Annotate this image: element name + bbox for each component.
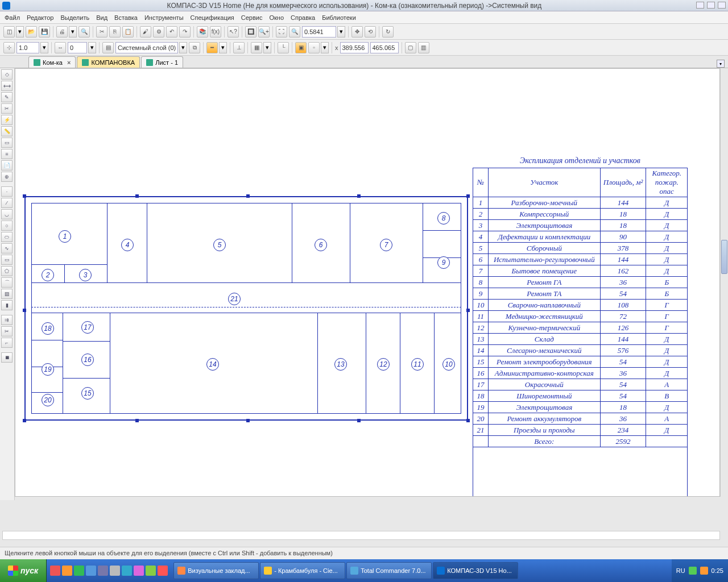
ql-icon[interactable] [146,566,156,576]
ortho-icon[interactable]: ⊥ [233,42,245,53]
room-16[interactable]: 16 [81,354,94,366]
coord-y-input[interactable] [370,42,399,53]
snap-settings-dropdown[interactable]: ▾ [321,42,329,53]
snap-icon[interactable]: ⊹ [3,42,15,53]
undo-icon[interactable]: ↶ [166,26,177,38]
room-2[interactable]: 2 [42,269,54,281]
room-17[interactable]: 17 [81,321,94,334]
menu-tools[interactable]: Инструменты [144,14,184,21]
room-14[interactable]: 14 [206,358,219,371]
table-row[interactable]: 12Кузнечно-термический126Г [473,322,688,334]
menu-libraries[interactable]: Библиотеки [322,14,356,21]
room-8[interactable]: 8 [437,212,450,225]
room-1[interactable]: 1 [59,230,71,243]
table-row[interactable]: 14Слесарно-механический576Д [473,345,688,356]
taskbar-task[interactable]: КОМПАС-3D V15 Ho... [433,562,518,579]
table-row[interactable]: 1Разборочно-моечный144Д [473,197,688,209]
reports-icon[interactable]: 📄 [1,160,13,171]
brush-icon[interactable]: 🖌 [140,26,151,38]
ellipse-icon[interactable]: ⬭ [1,232,13,242]
insert-icon[interactable]: ⊕ [1,172,13,182]
menu-select[interactable]: Выделить [60,14,89,21]
rect-icon[interactable]: ▭ [1,255,13,265]
table-row[interactable]: 5Сборочный378Д [473,243,688,254]
room-4[interactable]: 4 [121,239,134,251]
lang-indicator[interactable]: RU [676,567,685,574]
snap-settings-icon[interactable]: ▫ [308,42,320,53]
taskbar-task[interactable]: Визуальные заклад... [173,562,259,579]
ql-icon[interactable] [122,566,132,576]
tray-icon[interactable] [689,567,697,575]
redo-icon[interactable]: ↷ [179,26,191,38]
preview-icon[interactable]: 🔍 [78,26,90,38]
table-row[interactable]: 7Бытовое помещение162Д [473,265,688,277]
trim-icon[interactable]: ✂ [1,326,13,336]
selection-icon[interactable]: ▭ [1,138,13,148]
grid-dropdown[interactable]: ▾ [263,42,271,53]
step-icon[interactable]: ↔ [55,42,66,53]
room-12[interactable]: 12 [377,358,390,371]
arc-icon[interactable]: ◡ [1,209,13,219]
explication-table[interactable]: Экспликация отделений и участков № Участ… [473,156,688,497]
save-icon[interactable]: 💾 [39,26,50,38]
snap-global-icon[interactable]: ▣ [295,42,307,53]
room-3[interactable]: 3 [79,269,92,281]
redraw-icon[interactable]: ↻ [382,26,394,38]
menu-insert[interactable]: Вставка [114,14,138,21]
lib-icon[interactable]: 📚 [197,26,208,38]
step-input[interactable] [68,42,87,53]
fill-icon[interactable]: ▮ [1,300,13,310]
table-row[interactable]: 19Электрощитовая18Д [473,402,688,413]
table-row[interactable]: 17Окрасочный54А [473,379,688,390]
rotate-view-icon[interactable]: ⟲ [365,26,376,38]
table-row[interactable]: 18Шиноремонтный54В [473,390,688,402]
tab-kompanovka[interactable]: КОМПАНОВКА [77,56,140,68]
room-20[interactable]: 20 [42,394,54,406]
room-6[interactable]: 6 [315,239,327,251]
polygon-icon[interactable]: ⬠ [1,266,13,276]
menu-service[interactable]: Сервис [241,14,263,21]
open-icon[interactable]: 📂 [26,26,37,38]
new-dropdown[interactable]: ▾ [16,26,24,38]
pan-icon[interactable]: ✥ [351,26,363,38]
minimize-button[interactable] [696,2,704,9]
clock[interactable]: 0:25 [712,567,723,574]
taskbar-task[interactable]: Total Commander 7.0... [346,562,432,579]
room-7[interactable]: 7 [380,239,392,251]
room-9[interactable]: 9 [437,256,450,269]
ql-icon[interactable] [50,566,60,576]
table-row[interactable]: 8Ремонт ГА36Б [473,277,688,288]
layer-manage-icon[interactable]: ⧉ [189,42,200,53]
properties-icon[interactable]: ⚙ [153,26,164,38]
floor-plan[interactable]: 1 2 3 4 5 6 7 8 9 10 11 12 13 14 15 16 1… [24,196,468,421]
menu-spec[interactable]: Спецификация [191,14,234,21]
geometry-icon[interactable]: ◇ [1,69,13,80]
layer-icon[interactable]: ▤ [102,42,114,53]
param-icon[interactable]: ⚡ [1,115,13,125]
layer-dropdown[interactable]: ▾ [179,42,187,53]
spline-icon[interactable]: ∿ [1,243,13,253]
room-15[interactable]: 15 [81,387,94,400]
room-21[interactable]: 21 [228,293,241,305]
copy-icon[interactable]: ⎘ [109,26,121,38]
point-icon[interactable]: · [1,186,13,197]
room-19[interactable]: 19 [42,363,54,376]
menu-window[interactable]: Окно [269,14,284,21]
fillet-icon[interactable]: ⌐ [1,338,13,348]
zoom-dropdown[interactable]: ▾ [337,26,345,38]
hatch-icon[interactable]: ▨ [1,289,13,299]
lcs-icon[interactable]: └ [278,42,289,53]
table-row[interactable]: 13Склад144Д [473,334,688,345]
table-row[interactable]: 10Сварочно-наплавочный108Г [473,300,688,311]
arrow-help-icon[interactable]: ↖? [228,26,239,38]
zoom-input[interactable] [302,26,336,38]
step-dropdown[interactable]: ▾ [88,42,96,53]
grid-icon[interactable]: ▦ [251,42,262,53]
table-row[interactable]: 16Административно-конторская36Д [473,368,688,379]
menu-view[interactable]: Вид [96,14,107,21]
table-row[interactable]: 9Ремонт ТА54Б [473,288,688,300]
scale-dropdown[interactable]: ▾ [40,42,48,53]
spec-icon[interactable]: ≡ [1,149,13,159]
offset-icon[interactable]: ⇉ [1,315,13,325]
ql-icon[interactable] [110,566,120,576]
